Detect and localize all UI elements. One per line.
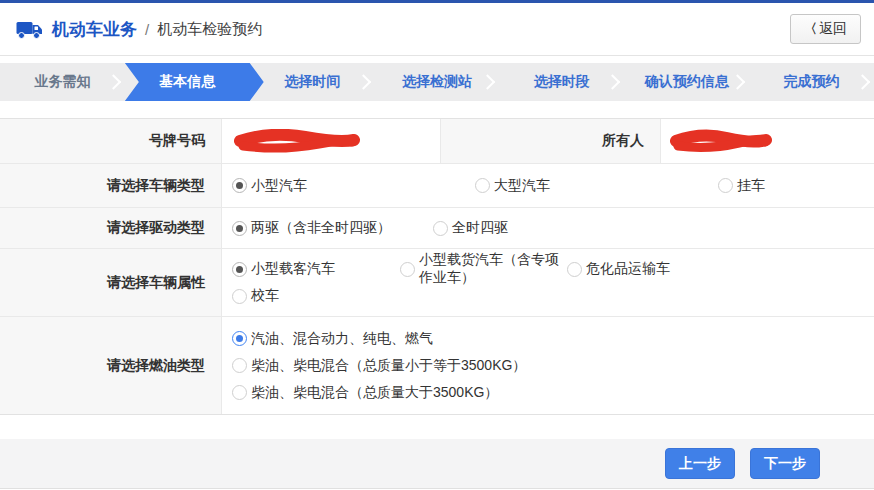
chevron-right-icon — [106, 74, 122, 90]
back-button[interactable]: 〈 返回 — [790, 14, 861, 44]
radio-selected-icon[interactable] — [232, 178, 247, 193]
chevron-right-icon — [480, 74, 496, 90]
drive-type-label: 请选择驱动类型 — [0, 208, 222, 248]
row-vehicle-attribute: 请选择车辆属性 小型载客汽车 小型载货汽车（含专项作业车） 危化品运输车 — [0, 249, 874, 317]
radio-unselected-icon[interactable] — [232, 289, 247, 304]
chevron-right-icon — [855, 74, 871, 90]
truck-icon — [16, 18, 43, 40]
back-chevron-icon: 〈 — [804, 20, 817, 38]
radio-unselected-icon[interactable] — [400, 262, 415, 277]
radio-option-trailer[interactable]: 挂车 — [718, 177, 874, 195]
radio-option-diesel-over-3500kg[interactable]: 柴油、柴电混合（总质量大于3500KG） — [232, 384, 498, 402]
vehicle-attribute-label: 请选择车辆属性 — [0, 249, 222, 316]
radio-option-school-bus[interactable]: 校车 — [232, 287, 279, 305]
step-complete[interactable]: 完成预约 — [749, 63, 874, 101]
back-button-label: 返回 — [819, 20, 847, 38]
redaction-scribble-icon — [233, 129, 361, 153]
vehicle-type-label: 请选择车辆类型 — [0, 164, 222, 207]
owner-value — [660, 119, 874, 163]
radio-option-small-passenger[interactable]: 小型载客汽车 — [232, 260, 400, 278]
step-progress-bar: 业务需知 基本信息 选择时间 选择检测站 选择时段 确认预约信息 完成预约 — [0, 63, 874, 101]
radio-option-gasoline-hybrid-electric-gas[interactable]: 汽油、混合动力、纯电、燃气 — [232, 330, 433, 348]
radio-selected-icon[interactable] — [232, 331, 247, 346]
step-select-time[interactable]: 选择时间 — [250, 63, 375, 101]
radio-selected-icon[interactable] — [232, 262, 247, 277]
chevron-right-icon — [605, 74, 621, 90]
step-confirm-info[interactable]: 确认预约信息 — [624, 63, 749, 101]
page-title: 机动车业务 — [52, 18, 137, 41]
redaction-scribble-icon — [669, 129, 773, 153]
breadcrumb-separator: / — [145, 21, 149, 38]
step-business-notice[interactable]: 业务需知 — [0, 63, 125, 101]
previous-step-button[interactable]: 上一步 — [665, 448, 735, 479]
row-vehicle-type: 请选择车辆类型 小型汽车 大型汽车 挂车 — [0, 164, 874, 208]
step-basic-info[interactable]: 基本信息 — [125, 63, 250, 101]
radio-unselected-icon[interactable] — [232, 385, 247, 400]
row-drive-type: 请选择驱动类型 两驱（含非全时四驱） 全时四驱 — [0, 208, 874, 249]
plate-number-label: 号牌号码 — [0, 119, 222, 163]
owner-label: 所有人 — [440, 119, 660, 163]
radio-unselected-icon[interactable] — [718, 178, 733, 193]
radio-option-diesel-under-3500kg[interactable]: 柴油、柴电混合（总质量小于等于3500KG） — [232, 357, 526, 375]
action-bar: 上一步 下一步 — [0, 439, 874, 489]
radio-unselected-icon[interactable] — [475, 178, 490, 193]
breadcrumb-current: 机动车检验预约 — [157, 20, 262, 39]
radio-selected-icon[interactable] — [232, 221, 247, 236]
step-select-station[interactable]: 选择检测站 — [375, 63, 500, 101]
radio-unselected-icon[interactable] — [567, 262, 582, 277]
appointment-form: 号牌号码 所有人 请选择车辆类型 小型汽车 大型汽车 — [0, 118, 874, 415]
row-fuel-type: 请选择燃油类型 汽油、混合动力、纯电、燃气 柴油、柴电混合（总质量小于等于350… — [0, 317, 874, 414]
radio-unselected-icon[interactable] — [433, 221, 448, 236]
radio-unselected-icon[interactable] — [232, 358, 247, 373]
step-select-slot[interactable]: 选择时段 — [499, 63, 624, 101]
chevron-right-icon — [730, 74, 746, 90]
radio-option-hazmat-transport[interactable]: 危化品运输车 — [567, 260, 670, 278]
fuel-type-label: 请选择燃油类型 — [0, 317, 222, 414]
radio-option-large-car[interactable]: 大型汽车 — [475, 177, 718, 195]
next-step-button[interactable]: 下一步 — [750, 448, 820, 479]
plate-number-value — [222, 119, 440, 163]
radio-option-small-car[interactable]: 小型汽车 — [232, 177, 475, 195]
radio-option-full-time-4wd[interactable]: 全时四驱 — [433, 219, 508, 237]
radio-option-two-wheel-drive[interactable]: 两驱（含非全时四驱） — [232, 219, 433, 237]
row-plate-owner: 号牌号码 所有人 — [0, 119, 874, 164]
chevron-right-icon — [355, 74, 371, 90]
page-header: 机动车业务 / 机动车检验预约 〈 返回 — [0, 3, 874, 56]
